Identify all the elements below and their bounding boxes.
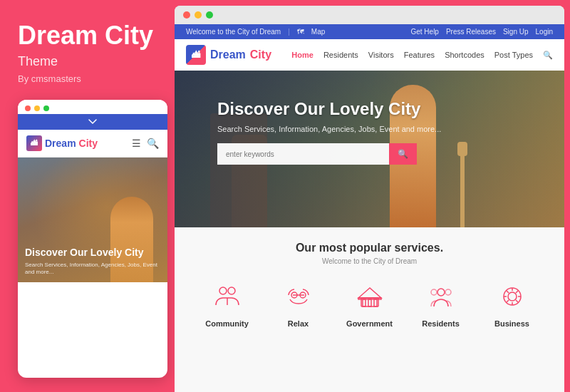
mobile-dot-red bbox=[25, 105, 31, 111]
browser-content: Welcome to the City of Dream | 🗺 Map Get… bbox=[175, 24, 564, 392]
relax-icon bbox=[281, 279, 316, 314]
topbar-map-icon: 🗺 bbox=[297, 28, 304, 36]
mobile-logo-dream: Dream bbox=[45, 138, 76, 149]
hero-content: Discover Our Lovely City Search Services… bbox=[175, 71, 564, 193]
svg-marker-8 bbox=[358, 288, 381, 298]
menu-icon[interactable]: ☰ bbox=[132, 138, 141, 149]
browser-chrome bbox=[175, 6, 564, 24]
browser-dot-yellow bbox=[195, 11, 202, 19]
service-government[interactable]: Government bbox=[345, 279, 395, 328]
nav-search-icon[interactable]: 🔍 bbox=[543, 51, 553, 60]
mobile-dot-green bbox=[43, 105, 49, 111]
theme-subtitle: Theme bbox=[18, 54, 160, 69]
topbar-login[interactable]: Login bbox=[536, 28, 553, 36]
service-business-label: Business bbox=[494, 319, 529, 328]
site-hero: Discover Our Lovely City Search Services… bbox=[175, 71, 564, 227]
mobile-logo-icon: 🏙 bbox=[26, 135, 42, 151]
topbar-map[interactable]: Map bbox=[311, 28, 325, 36]
svg-rect-9 bbox=[358, 298, 381, 299]
hero-title: Discover Our Lovely City bbox=[217, 99, 522, 119]
nav-features[interactable]: Features bbox=[404, 51, 435, 59]
svg-point-10 bbox=[437, 289, 445, 296]
hero-search-button[interactable]: 🔍 bbox=[389, 143, 417, 165]
site-nav: 🏙 DreamCity Home Residents Visitors Feat… bbox=[175, 39, 564, 71]
topbar-press[interactable]: Press Releases bbox=[446, 28, 496, 36]
site-topbar: Welcome to the City of Dream | 🗺 Map Get… bbox=[175, 24, 564, 39]
mobile-chrome bbox=[18, 100, 167, 114]
mobile-nav-bar bbox=[18, 114, 167, 130]
search-icon: 🔍 bbox=[398, 149, 408, 159]
svg-point-0 bbox=[219, 287, 227, 294]
mobile-hero: Discover Our Lovely City Search Services… bbox=[18, 158, 167, 282]
service-government-label: Government bbox=[346, 319, 393, 328]
topbar-separator: | bbox=[288, 28, 290, 36]
theme-title: Dream City bbox=[18, 21, 160, 50]
topbar-right: Get Help Press Releases Sign Up Login bbox=[410, 28, 553, 36]
mobile-hero-subtitle: Search Services, Information, Agencies, … bbox=[25, 262, 160, 277]
residents-icon bbox=[424, 279, 458, 314]
service-community-label: Community bbox=[205, 319, 249, 328]
nav-visitors[interactable]: Visitors bbox=[368, 51, 394, 59]
svg-rect-6 bbox=[368, 299, 371, 306]
mobile-header: 🏙 DreamCity ☰ 🔍 bbox=[18, 130, 167, 158]
mobile-hero-title: Discover Our Lovely City bbox=[25, 247, 160, 259]
government-icon bbox=[353, 279, 387, 314]
svg-rect-5 bbox=[363, 299, 366, 306]
topbar-help[interactable]: Get Help bbox=[410, 28, 438, 36]
topbar-welcome: Welcome to the City of Dream bbox=[186, 28, 281, 36]
service-relax[interactable]: Relax bbox=[274, 279, 323, 328]
site-nav-links: Home Residents Visitors Features Shortco… bbox=[291, 51, 553, 60]
hero-subtitle: Search Services, Information, Agencies, … bbox=[217, 125, 522, 133]
site-logo: 🏙 DreamCity bbox=[186, 45, 271, 65]
nav-residents[interactable]: Residents bbox=[323, 51, 358, 59]
theme-author: By cmsmasters bbox=[18, 73, 160, 84]
mobile-mockup: 🏙 DreamCity ☰ 🔍 Discover Our Lovely City… bbox=[18, 100, 167, 378]
service-business[interactable]: Business bbox=[487, 279, 537, 328]
business-icon bbox=[495, 279, 529, 314]
services-title: Our most popular services. bbox=[186, 242, 553, 254]
site-logo-icon: 🏙 bbox=[186, 45, 206, 65]
site-services: Our most popular services. Welcome to th… bbox=[175, 227, 564, 392]
site-logo-city: City bbox=[250, 48, 271, 61]
browser-dot-red bbox=[183, 11, 190, 19]
mobile-logo-city: City bbox=[79, 138, 98, 149]
mobile-nav-icons: ☰ 🔍 bbox=[132, 138, 159, 149]
topbar-left: Welcome to the City of Dream | 🗺 Map bbox=[186, 28, 325, 36]
services-grid: Community Relax bbox=[186, 279, 553, 328]
nav-shortcodes[interactable]: Shortcodes bbox=[445, 51, 484, 59]
desktop-browser: Welcome to the City of Dream | 🗺 Map Get… bbox=[175, 6, 564, 392]
services-subtitle: Welcome to the City of Dream bbox=[186, 257, 553, 265]
site-logo-dream: Dream bbox=[210, 48, 246, 61]
service-relax-label: Relax bbox=[288, 319, 309, 328]
hero-search-input[interactable] bbox=[217, 143, 389, 165]
mobile-dot-yellow bbox=[34, 105, 40, 111]
nav-home[interactable]: Home bbox=[291, 51, 314, 59]
nav-post-types[interactable]: Post Types bbox=[494, 51, 533, 59]
svg-point-1 bbox=[228, 287, 235, 294]
topbar-signup[interactable]: Sign Up bbox=[503, 28, 529, 36]
mobile-search-icon[interactable]: 🔍 bbox=[147, 138, 159, 149]
community-icon bbox=[210, 279, 244, 314]
hero-search-bar: 🔍 bbox=[217, 143, 417, 165]
service-residents[interactable]: Residents bbox=[416, 279, 466, 328]
mobile-logo: 🏙 DreamCity bbox=[26, 135, 98, 151]
svg-point-12 bbox=[431, 289, 437, 295]
service-community[interactable]: Community bbox=[202, 279, 252, 328]
mobile-hero-text: Discover Our Lovely City Search Services… bbox=[18, 241, 167, 282]
svg-rect-7 bbox=[374, 299, 377, 306]
service-residents-label: Residents bbox=[422, 319, 460, 328]
browser-dot-green bbox=[206, 11, 213, 19]
svg-point-14 bbox=[508, 292, 517, 301]
svg-point-11 bbox=[445, 289, 451, 295]
left-panel: Dream City Theme By cmsmasters 🏙 DreamCi… bbox=[0, 0, 175, 392]
chevron-down-icon bbox=[88, 119, 97, 125]
